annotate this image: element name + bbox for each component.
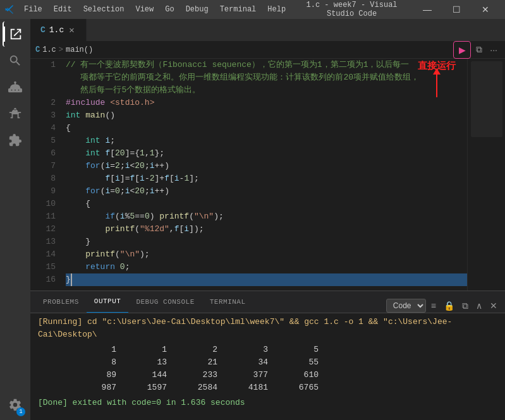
- more-actions-button[interactable]: ···: [487, 41, 500, 59]
- file-type-icon: C: [40, 25, 46, 35]
- output-done: [Done] exited with code=0 in 1.636 secon…: [38, 397, 497, 409]
- breadcrumb-file-icon: C: [35, 45, 40, 54]
- output-cell: 233: [177, 369, 228, 381]
- output-cell: 1597: [126, 381, 177, 394]
- panel-lock-button[interactable]: 🔒: [441, 299, 457, 312]
- panel-filter-button[interactable]: ≡: [429, 299, 439, 312]
- output-source-select[interactable]: Code: [386, 299, 426, 313]
- menu-edit[interactable]: Edit: [49, 4, 77, 15]
- breadcrumb-file: 1.c: [42, 45, 56, 54]
- menu-bar: File Edit Selection View Go Debug Termin…: [19, 4, 291, 15]
- editor-top-buttons: ▶ ⧉ ···: [453, 41, 500, 59]
- menu-go[interactable]: Go: [160, 4, 179, 15]
- code-content[interactable]: // 有一个斐波那契数列（Fibonacci sequence），它的第一项为1…: [61, 59, 467, 291]
- activity-source-control[interactable]: [3, 75, 28, 100]
- code-line-12: printf("%12d",f[i]);: [66, 223, 467, 236]
- run-button[interactable]: ▶: [453, 41, 471, 59]
- output-cell: 55: [278, 356, 329, 369]
- activity-run[interactable]: [3, 101, 28, 126]
- output-cell: 1: [76, 344, 126, 356]
- tab-bar: C 1.c ✕: [30, 19, 505, 41]
- main-layout: 1 C 1.c ✕ C 1.c > main() ▶: [0, 19, 505, 420]
- maximize-button[interactable]: ☐: [442, 0, 471, 19]
- output-cell: 377: [228, 369, 278, 381]
- panel: PROBLEMS OUTPUT DEBUG CONSOLE TERMINAL C…: [30, 291, 505, 420]
- code-line-14: printf("\n");: [66, 248, 467, 261]
- output-cell: 13: [126, 356, 177, 369]
- tab-label: 1.c: [49, 25, 64, 35]
- code-line-15: return 0;: [66, 261, 467, 273]
- menu-selection[interactable]: Selection: [78, 4, 130, 15]
- breadcrumb-separator: >: [59, 45, 63, 54]
- output-cell: 144: [126, 369, 177, 381]
- output-cell: 2584: [177, 381, 228, 394]
- menu-help[interactable]: Help: [262, 4, 291, 15]
- search-icon: [8, 54, 22, 68]
- output-cell: 3: [228, 344, 278, 356]
- code-line-8: f[i]=f[i-2]+f[i-1];: [66, 172, 467, 185]
- code-line-1c: 然后每一行5个数据的格式输出。: [66, 84, 467, 97]
- window-title: 1.c - week7 - Visual Studio Code: [291, 1, 413, 18]
- action-bar: C 1.c > main() ▶ ⧉ ···: [30, 41, 505, 59]
- menu-terminal[interactable]: Terminal: [215, 4, 262, 15]
- menu-view[interactable]: View: [130, 4, 159, 15]
- debug-icon: [8, 107, 22, 121]
- titlebar-left: File Edit Selection View Go Debug Termin…: [5, 4, 291, 15]
- menu-debug[interactable]: Debug: [181, 4, 214, 15]
- output-cell: 1: [126, 344, 177, 356]
- output-cell: 34: [228, 356, 278, 369]
- editor-container: C 1.c > main() ▶ ⧉ ··· 直接运行 1: [30, 41, 505, 420]
- explorer-icon: [9, 27, 23, 41]
- panel-copy-button[interactable]: ⧉: [459, 299, 471, 313]
- code-line-4: {: [66, 122, 467, 135]
- output-cell: 6765: [278, 381, 329, 394]
- output-cell: 987: [76, 381, 126, 394]
- panel-tab-problems[interactable]: PROBLEMS: [35, 291, 87, 313]
- window-controls: — ☐ ✕: [413, 0, 500, 19]
- panel-tabs: PROBLEMS OUTPUT DEBUG CONSOLE TERMINAL C…: [30, 291, 505, 313]
- code-line-5: int i;: [66, 135, 467, 147]
- minimap-content: [471, 61, 502, 137]
- code-line-7: for(i=2;i<20;i++): [66, 160, 467, 172]
- panel-collapse-button[interactable]: ∧: [473, 299, 485, 312]
- code-line-10: {: [66, 198, 467, 210]
- tab-close-button[interactable]: ✕: [68, 25, 75, 35]
- panel-tab-output[interactable]: OUTPUT: [87, 291, 129, 313]
- activity-explorer[interactable]: [3, 21, 28, 47]
- output-cell: 21: [177, 356, 228, 369]
- output-cell: 5: [278, 344, 329, 356]
- panel-content: [Running] cd "c:\Users\Jee-Cai\Desktop\l…: [30, 313, 505, 420]
- output-cell: 2: [177, 344, 228, 356]
- tab-1c[interactable]: C 1.c ✕: [30, 19, 87, 41]
- code-editor[interactable]: 1 2 3 4 5 6 7 8 9 10 11 12 13 14 15: [30, 59, 505, 291]
- breadcrumb: C 1.c > main(): [35, 45, 93, 54]
- extensions-icon: [8, 133, 22, 147]
- code-line-16: }: [66, 273, 467, 286]
- panel-actions: Code ≡ 🔒 ⧉ ∧ ✕: [386, 299, 500, 313]
- output-cell: 4181: [228, 381, 278, 394]
- breadcrumb-symbol: main(): [66, 45, 93, 54]
- activity-extensions[interactable]: [3, 128, 28, 153]
- editor-area: C 1.c ✕ C 1.c > main() ▶ ⧉ ···: [30, 19, 505, 420]
- minimap: [467, 59, 505, 291]
- titlebar: File Edit Selection View Go Debug Termin…: [0, 0, 505, 19]
- code-line-13: }: [66, 236, 467, 248]
- code-line-3: int main(): [66, 109, 467, 122]
- vscode-logo: [5, 4, 15, 15]
- panel-tab-terminal[interactable]: TERMINAL: [202, 291, 253, 313]
- activity-settings[interactable]: 1: [3, 395, 28, 420]
- line-numbers: 1 2 3 4 5 6 7 8 9 10 11 12 13 14 15: [30, 59, 61, 291]
- output-table: 1123581321345589144233377610987159725844…: [76, 344, 497, 394]
- activity-search[interactable]: [3, 48, 28, 73]
- output-cell: 89: [76, 369, 126, 381]
- output-command: [Running] cd "c:\Users\Jee-Cai\Desktop\l…: [38, 316, 497, 341]
- close-button[interactable]: ✕: [471, 0, 500, 19]
- activity-bar: 1: [0, 19, 30, 420]
- panel-tab-debug-console[interactable]: DEBUG CONSOLE: [128, 291, 202, 313]
- code-line-1b: 项都等于它的前两项之和。你用一维数组编程实现功能：计算该数列的前20项并赋值给数…: [66, 71, 467, 84]
- output-cell: 8: [76, 356, 126, 369]
- menu-file[interactable]: File: [19, 4, 47, 15]
- split-editor-button[interactable]: ⧉: [473, 41, 485, 59]
- minimize-button[interactable]: —: [413, 0, 442, 19]
- panel-close-button[interactable]: ✕: [487, 299, 500, 312]
